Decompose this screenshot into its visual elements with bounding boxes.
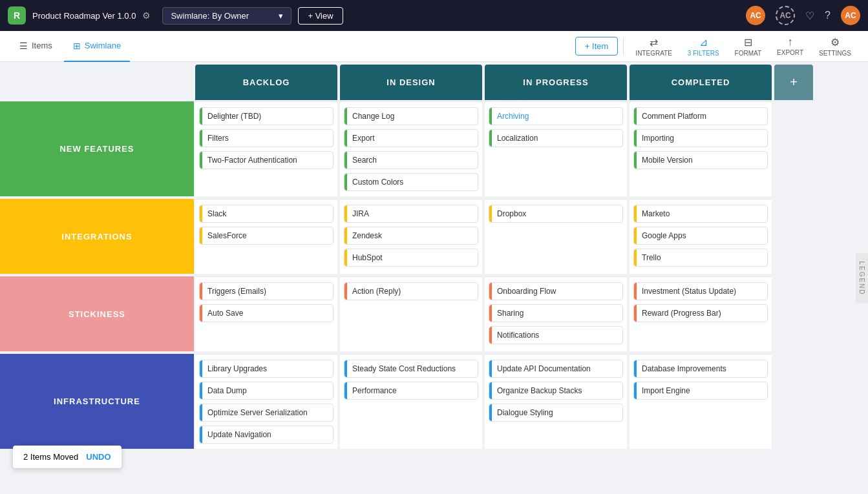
export-icon: ↑ [788, 36, 793, 48]
export-button[interactable]: ↑ EXPORT [770, 34, 810, 59]
filters-button[interactable]: ⊿ 3 FILTERS [681, 34, 726, 59]
card-slack[interactable]: Slack [199, 205, 333, 223]
card-update-navigation[interactable]: Update Navigation [199, 426, 333, 444]
format-icon: ⊟ [744, 36, 752, 48]
card-archiving[interactable]: Archiving [489, 107, 623, 125]
card-delighter[interactable]: Delighter (TBD) [199, 107, 333, 125]
card-auto-save[interactable]: Auto Save [199, 304, 333, 322]
swimlane-icon: ⊞ [73, 41, 81, 51]
help-icon[interactable]: ? [825, 10, 831, 21]
col-header-backlog: BACKLOG [195, 65, 337, 100]
card-filters[interactable]: Filters [199, 129, 333, 147]
card-investment-status-update[interactable]: Investment (Status Update) [633, 282, 768, 300]
settings-gear-icon[interactable]: ⚙ [142, 10, 151, 21]
swimlane-col-in-design-stickiness: Action (Reply) [340, 276, 482, 351]
swimlane-col-in-design-new-features: Change Log Export Search Custom Colors [340, 101, 482, 196]
swimlane-label-stickiness: STICKINESS [0, 276, 194, 351]
card-update-api-docs[interactable]: Update API Documentation [489, 360, 623, 378]
app-logo: R [8, 6, 26, 25]
swimlane-selector[interactable]: Swimlane: By Owner ▾ [162, 7, 291, 25]
swimlane-col-in-progress-integrations: Dropbox [485, 199, 627, 274]
integrate-button[interactable]: ⇄ INTEGRATE [629, 34, 678, 59]
avatar-ac-left[interactable]: AC [746, 6, 765, 25]
card-data-dump[interactable]: Data Dump [199, 382, 333, 400]
card-triggers-emails[interactable]: Triggers (Emails) [199, 282, 333, 300]
card-trello[interactable]: Trello [633, 249, 768, 267]
col-header-completed: COMPLETED [630, 65, 772, 100]
board-scroll[interactable]: BACKLOG IN DESIGN IN PROGRESS COMPLETED … [0, 62, 868, 494]
column-headers: BACKLOG IN DESIGN IN PROGRESS COMPLETED … [0, 62, 868, 100]
swimlane-label-integrations: INTEGRATIONS [0, 199, 194, 274]
card-performance[interactable]: Performance [344, 382, 478, 400]
swimlane-label-new-features: NEW FEATURES [0, 101, 194, 196]
swimlane-col-completed-infrastructure: Database Improvements Import Engine [630, 354, 772, 449]
card-hubspot[interactable]: HubSpot [344, 249, 478, 267]
undo-toast: 2 Items Moved UNDO [13, 446, 122, 468]
card-dialogue-styling[interactable]: Dialogue Styling [489, 404, 623, 422]
activity-icon[interactable]: ♡ [805, 10, 814, 22]
add-column-button[interactable]: + [774, 65, 813, 100]
card-optimize-server[interactable]: Optimize Server Serialization [199, 404, 333, 422]
card-zendesk[interactable]: Zendesk [344, 227, 478, 245]
card-dropbox[interactable]: Dropbox [489, 205, 623, 223]
card-organize-backup-stacks[interactable]: Organize Backup Stacks [489, 382, 623, 400]
integrate-icon: ⇄ [650, 36, 658, 48]
card-importing[interactable]: Importing [633, 129, 768, 147]
swimlane-col-completed-integrations: Marketo Google Apps Trello [630, 199, 772, 274]
card-mobile-version[interactable]: Mobile Version [633, 151, 768, 169]
items-tab[interactable]: ☰ Items [10, 31, 61, 62]
board: BACKLOG IN DESIGN IN PROGRESS COMPLETED … [0, 62, 868, 450]
card-search[interactable]: Search [344, 151, 478, 169]
card-change-log[interactable]: Change Log [344, 107, 478, 125]
card-notifications[interactable]: Notifications [489, 326, 623, 344]
col-header-in-progress: IN PROGRESS [485, 65, 627, 100]
items-icon: ☰ [19, 41, 28, 51]
undo-button[interactable]: UNDO [86, 452, 111, 462]
card-action-reply[interactable]: Action (Reply) [344, 282, 478, 300]
card-onboarding-flow[interactable]: Onboarding Flow [489, 282, 623, 300]
swimlane-col-in-progress-new-features: Archiving Localization [485, 101, 627, 196]
swimlane-col-backlog-integrations: Slack SalesForce [195, 199, 337, 274]
card-jira[interactable]: JIRA [344, 205, 478, 223]
swimlane-tab[interactable]: ⊞ Swimlane [64, 31, 130, 62]
settings-button[interactable]: ⚙ SETTINGS [812, 34, 858, 59]
swimlane-row-new-features: NEW FEATURES Delighter (TBD) Filters Two… [0, 100, 868, 198]
card-google-apps[interactable]: Google Apps [633, 227, 768, 245]
swimlane-col-backlog-new-features: Delighter (TBD) Filters Two-Factor Authe… [195, 101, 337, 196]
card-two-factor[interactable]: Two-Factor Authentication [199, 151, 333, 169]
card-salesforce[interactable]: SalesForce [199, 227, 333, 245]
avatar-ac-right[interactable]: AC [841, 6, 860, 25]
swimlane-col-completed-stickiness: Investment (Status Update) Reward (Progr… [630, 276, 772, 351]
format-button[interactable]: ⊟ FORMAT [728, 34, 768, 59]
card-comment-platform[interactable]: Comment Platform [633, 107, 768, 125]
add-item-button[interactable]: + Item [575, 37, 619, 56]
swimlane-row-infrastructure: INFRASTRUCTURE Library Upgrades Data Dum… [0, 353, 868, 450]
undo-message: 2 Items Moved [23, 452, 78, 462]
view-button[interactable]: + View [298, 7, 343, 25]
board-container: BACKLOG IN DESIGN IN PROGRESS COMPLETED … [0, 62, 868, 494]
card-steady-state[interactable]: Steady State Cost Reductions [344, 360, 478, 378]
app-title: Product Roadmap Ver 1.0.0 [32, 11, 136, 21]
card-localization[interactable]: Localization [489, 129, 623, 147]
card-library-upgrades[interactable]: Library Upgrades [199, 360, 333, 378]
card-reward-progress-bar[interactable]: Reward (Progress Bar) [633, 304, 768, 322]
swimlane-row-integrations: INTEGRATIONS Slack SalesForce JIRA Zende… [0, 198, 868, 275]
swimlane-col-completed-new-features: Comment Platform Importing Mobile Versio… [630, 101, 772, 196]
card-marketo[interactable]: Marketo [633, 205, 768, 223]
card-import-engine[interactable]: Import Engine [633, 382, 768, 400]
swimlane-col-backlog-stickiness: Triggers (Emails) Auto Save [195, 276, 337, 351]
settings-icon: ⚙ [831, 36, 840, 48]
card-export[interactable]: Export [344, 129, 478, 147]
swimlane-col-in-design-infrastructure: Steady State Cost Reductions Performance [340, 354, 482, 449]
legend-sidebar[interactable]: LEGEND [856, 253, 868, 303]
swimlane-col-backlog-infrastructure: Library Upgrades Data Dump Optimize Serv… [195, 354, 337, 449]
card-database-improvements[interactable]: Database Improvements [633, 360, 768, 378]
col-header-in-design: IN DESIGN [340, 65, 482, 100]
swimlane-col-in-progress-stickiness: Onboarding Flow Sharing Notifications [485, 276, 627, 351]
swimlane-label-infrastructure: INFRASTRUCTURE [0, 354, 194, 449]
card-sharing[interactable]: Sharing [489, 304, 623, 322]
avatar-outline[interactable]: AC [776, 6, 795, 25]
card-custom-colors[interactable]: Custom Colors [344, 173, 478, 191]
swimlane-row-stickiness: STICKINESS Triggers (Emails) Auto Save A… [0, 275, 868, 353]
swimlane-col-in-design-integrations: JIRA Zendesk HubSpot [340, 199, 482, 274]
